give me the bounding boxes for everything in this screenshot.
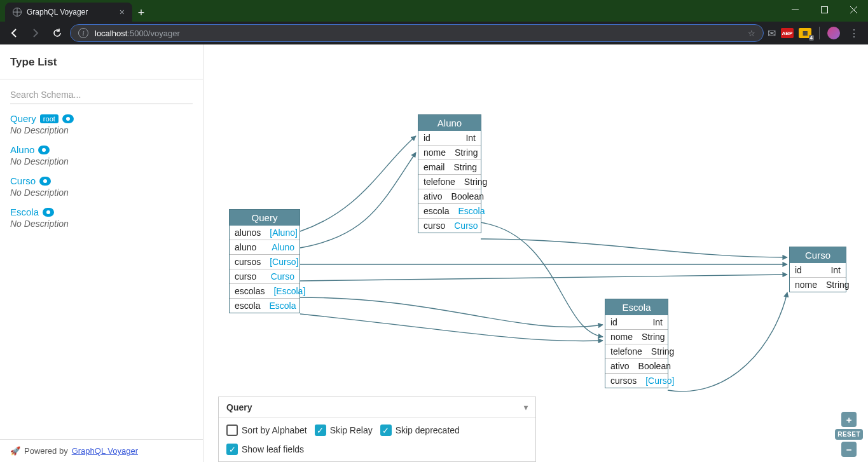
field-row[interactable]: telefoneString bbox=[418, 174, 481, 189]
bookmark-star-icon[interactable]: ☆ bbox=[748, 29, 755, 38]
field-row[interactable]: cursos[Curso] bbox=[605, 373, 668, 388]
field-row[interactable]: nomeString bbox=[790, 277, 846, 292]
node-header[interactable]: Curso bbox=[790, 247, 846, 263]
back-button[interactable] bbox=[5, 24, 23, 42]
window-maximize-button[interactable] bbox=[809, 0, 839, 19]
svg-rect-1 bbox=[821, 6, 827, 13]
mail-icon[interactable]: ✉ bbox=[768, 27, 776, 39]
eye-icon[interactable] bbox=[39, 177, 51, 186]
node-header[interactable]: Escola bbox=[605, 299, 668, 315]
node-query[interactable]: Queryalunos[Aluno]alunoAlunocursos[Curso… bbox=[229, 209, 300, 313]
field-row[interactable]: escolaEscola bbox=[418, 203, 481, 218]
field-name: cursos bbox=[235, 257, 261, 267]
field-row[interactable]: idInt bbox=[418, 131, 481, 145]
field-row[interactable]: emailString bbox=[418, 160, 481, 174]
field-type[interactable]: [Curso] bbox=[645, 376, 674, 386]
site-info-icon[interactable]: i bbox=[78, 28, 88, 38]
option-skip-deprecated[interactable]: ✓Skip deprecated bbox=[380, 425, 460, 436]
field-row[interactable]: nomeString bbox=[605, 329, 668, 344]
field-name: escolas bbox=[235, 286, 265, 296]
type-link[interactable]: Query bbox=[10, 113, 36, 124]
field-row[interactable]: escolas[Escola] bbox=[230, 283, 300, 298]
tab-title: GraphQL Voyager bbox=[27, 8, 88, 17]
browser-tab[interactable]: GraphQL Voyager × bbox=[5, 3, 132, 22]
field-row[interactable]: cursos[Curso] bbox=[230, 254, 300, 269]
type-item-query[interactable]: QueryrootNo Description bbox=[10, 113, 193, 135]
checkbox[interactable] bbox=[226, 425, 238, 436]
option-skip-relay[interactable]: ✓Skip Relay bbox=[315, 425, 373, 436]
field-row[interactable]: ativoBoolean bbox=[418, 189, 481, 203]
option-show-leaf-fields[interactable]: ✓Show leaf fields bbox=[226, 444, 304, 455]
extension-icon[interactable]: ▦4 bbox=[799, 28, 811, 38]
field-row[interactable]: nomeString bbox=[418, 145, 481, 160]
field-row[interactable]: alunos[Aluno] bbox=[230, 226, 300, 240]
checkbox[interactable]: ✓ bbox=[226, 444, 238, 455]
window-close-button[interactable] bbox=[839, 0, 868, 19]
field-row[interactable]: cursoCurso bbox=[418, 218, 481, 233]
voyager-link[interactable]: GraphQL Voyager bbox=[72, 446, 138, 456]
field-row[interactable]: idInt bbox=[605, 315, 668, 329]
eye-icon[interactable] bbox=[62, 114, 74, 123]
close-tab-icon[interactable]: × bbox=[120, 7, 125, 17]
field-type[interactable]: [Escola] bbox=[273, 286, 305, 296]
options-panel: Query ▾ Sort by Alphabet✓Skip Relay✓Skip… bbox=[218, 397, 536, 462]
profile-avatar[interactable] bbox=[827, 27, 840, 39]
sidebar: Type List QueryrootNo DescriptionAlunoNo… bbox=[0, 44, 203, 462]
type-item-escola[interactable]: EscolaNo Description bbox=[10, 207, 193, 229]
type-link[interactable]: Aluno bbox=[10, 144, 34, 155]
field-type[interactable]: Escola bbox=[269, 301, 296, 311]
field-row[interactable]: idInt bbox=[790, 263, 846, 277]
field-name: id bbox=[795, 265, 802, 275]
zoom-in-button[interactable]: + bbox=[841, 412, 857, 427]
browser-menu-icon[interactable]: ⋮ bbox=[845, 24, 863, 42]
field-name: nome bbox=[795, 280, 817, 290]
field-type: Boolean bbox=[451, 191, 484, 201]
search-schema-input[interactable] bbox=[10, 86, 193, 104]
field-row[interactable]: escolaEscola bbox=[230, 298, 300, 313]
new-tab-button[interactable]: + bbox=[132, 4, 150, 22]
field-name: id bbox=[610, 317, 617, 327]
adblock-icon[interactable]: ABP bbox=[781, 28, 794, 38]
node-header[interactable]: Query bbox=[230, 210, 300, 226]
field-type[interactable]: [Curso] bbox=[270, 257, 298, 267]
address-bar[interactable]: i localhost:5000/voyager ☆ bbox=[70, 24, 764, 42]
type-link[interactable]: Escola bbox=[10, 207, 39, 217]
field-type[interactable]: Curso bbox=[271, 271, 294, 282]
option-label: Show leaf fields bbox=[242, 444, 304, 454]
reload-button[interactable] bbox=[48, 24, 66, 42]
field-type[interactable]: Escola bbox=[458, 206, 485, 216]
url-text: localhost:5000/voyager bbox=[95, 29, 180, 38]
rocket-icon: 🚀 bbox=[10, 446, 20, 456]
node-aluno[interactable]: AlunoidIntnomeStringemailStringtelefoneS… bbox=[418, 114, 481, 233]
node-escola[interactable]: EscolaidIntnomeStringtelefoneStringativo… bbox=[605, 299, 668, 388]
field-row[interactable]: ativoBoolean bbox=[605, 358, 668, 373]
eye-icon[interactable] bbox=[38, 146, 50, 154]
eye-icon[interactable] bbox=[43, 208, 54, 217]
forward-button[interactable] bbox=[27, 24, 45, 42]
field-name: escola bbox=[424, 206, 449, 216]
sidebar-title: Type List bbox=[0, 44, 203, 74]
window-minimize-button[interactable] bbox=[780, 0, 809, 19]
field-name: ativo bbox=[424, 191, 443, 201]
field-type[interactable]: Curso bbox=[454, 221, 478, 231]
type-link[interactable]: Curso bbox=[10, 175, 36, 186]
options-panel-header[interactable]: Query ▾ bbox=[219, 397, 535, 418]
option-sort-by-alphabet[interactable]: Sort by Alphabet bbox=[226, 425, 307, 436]
field-type[interactable]: Aluno bbox=[272, 242, 294, 252]
checkbox[interactable]: ✓ bbox=[315, 425, 326, 436]
field-type: String bbox=[455, 147, 478, 158]
zoom-out-button[interactable]: − bbox=[841, 442, 857, 457]
type-item-aluno[interactable]: AlunoNo Description bbox=[10, 144, 193, 166]
type-item-curso[interactable]: CursoNo Description bbox=[10, 175, 193, 198]
field-row[interactable]: cursoCurso bbox=[230, 269, 300, 283]
checkbox[interactable]: ✓ bbox=[380, 425, 392, 436]
field-name: curso bbox=[235, 271, 256, 282]
graph-canvas[interactable]: Queryalunos[Aluno]alunoAlunocursos[Curso… bbox=[203, 44, 868, 462]
field-row[interactable]: telefoneString bbox=[605, 344, 668, 358]
field-type[interactable]: [Aluno] bbox=[270, 228, 298, 238]
node-curso[interactable]: CursoidIntnomeString bbox=[789, 247, 846, 292]
zoom-reset-button[interactable]: RESET bbox=[835, 429, 863, 440]
node-header[interactable]: Aluno bbox=[418, 115, 481, 131]
field-row[interactable]: alunoAluno bbox=[230, 240, 300, 254]
field-name: alunos bbox=[235, 228, 261, 238]
